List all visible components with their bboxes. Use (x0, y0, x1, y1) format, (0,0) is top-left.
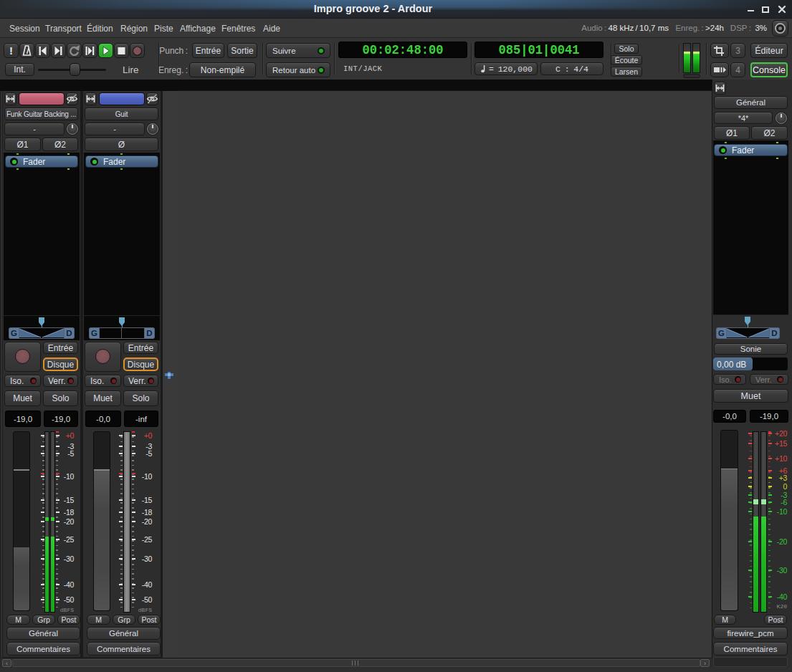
svg-text:!: ! (9, 44, 13, 57)
